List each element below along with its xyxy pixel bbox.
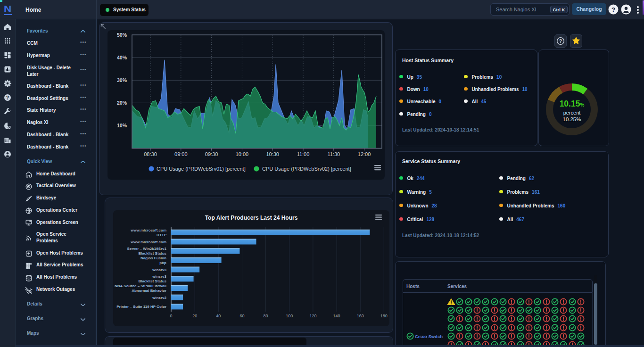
svg-text:10:30: 10:30	[266, 151, 279, 157]
svg-text:80: 80	[264, 314, 268, 318]
svg-text:11:30: 11:30	[327, 151, 340, 157]
svg-text:Printer – Suite 119 HP Color: Printer – Suite 119 HP Color	[116, 305, 166, 309]
svg-text:100: 100	[286, 314, 293, 318]
svg-text:Blacklist Status: Blacklist Status	[138, 251, 166, 256]
svg-text:Blacklist Status: Blacklist Status	[138, 279, 166, 283]
svg-text:10.15%: 10.15%	[560, 99, 585, 108]
svg-text:09:00: 09:00	[174, 151, 188, 157]
svg-text:www.microsoft.com: www.microsoft.com	[130, 240, 166, 244]
svg-text:40%: 40%	[117, 55, 127, 60]
svg-text:120: 120	[309, 314, 316, 318]
svg-text:10.25%: 10.25%	[562, 116, 581, 122]
svg-text:www.microsoft.com: www.microsoft.com	[130, 228, 166, 232]
svg-text:winsrv2: winsrv2	[152, 296, 166, 300]
svg-text:11:00: 11:00	[297, 151, 310, 157]
svg-text:10:00: 10:00	[236, 151, 249, 157]
svg-text:60: 60	[239, 314, 244, 318]
svg-text:?: ?	[6, 95, 9, 100]
svg-text:50%: 50%	[117, 32, 127, 38]
svg-text:0: 0	[170, 314, 172, 318]
svg-text:Top Alert Producers Last 24 Ho: Top Alert Producers Last 24 Hours	[205, 215, 298, 221]
svg-text:09:30: 09:30	[205, 151, 218, 157]
svg-text:180: 180	[380, 314, 388, 318]
svg-text:NNA Source – StPaulFirewall: NNA Source – StPaulFirewall	[115, 284, 166, 288]
svg-text:30%: 30%	[117, 77, 127, 83]
svg-text:winsrv3: winsrv3	[152, 268, 166, 272]
svg-text:Server – Win2k19Srv1: Server – Win2k19Srv1	[127, 247, 166, 251]
svg-text:Abnormal Behavior: Abnormal Behavior	[132, 289, 166, 293]
svg-text:20: 20	[192, 314, 197, 318]
svg-text:CPU Usage (PRDWebSrv02) [perce: CPU Usage (PRDWebSrv02) [percent]	[262, 166, 351, 172]
svg-text:20%: 20%	[117, 100, 127, 106]
svg-text:?: ?	[611, 6, 615, 13]
svg-text:percent: percent	[563, 110, 581, 116]
svg-text:Nagios Fusion: Nagios Fusion	[140, 256, 166, 260]
svg-text:winsrv3: winsrv3	[152, 274, 166, 279]
svg-text:10%: 10%	[117, 123, 127, 128]
svg-text:CPU Usage (PRDWebSrv01) [perce: CPU Usage (PRDWebSrv01) [percent]	[157, 166, 246, 172]
svg-text:HTTP: HTTP	[157, 233, 167, 237]
svg-text:php: php	[159, 261, 166, 265]
svg-text:12:00: 12:00	[358, 151, 371, 157]
svg-text:40: 40	[216, 314, 221, 318]
svg-text:140: 140	[333, 314, 340, 318]
svg-text:160: 160	[357, 314, 364, 318]
svg-text:?: ?	[559, 38, 562, 44]
svg-text:08:30: 08:30	[144, 151, 157, 157]
